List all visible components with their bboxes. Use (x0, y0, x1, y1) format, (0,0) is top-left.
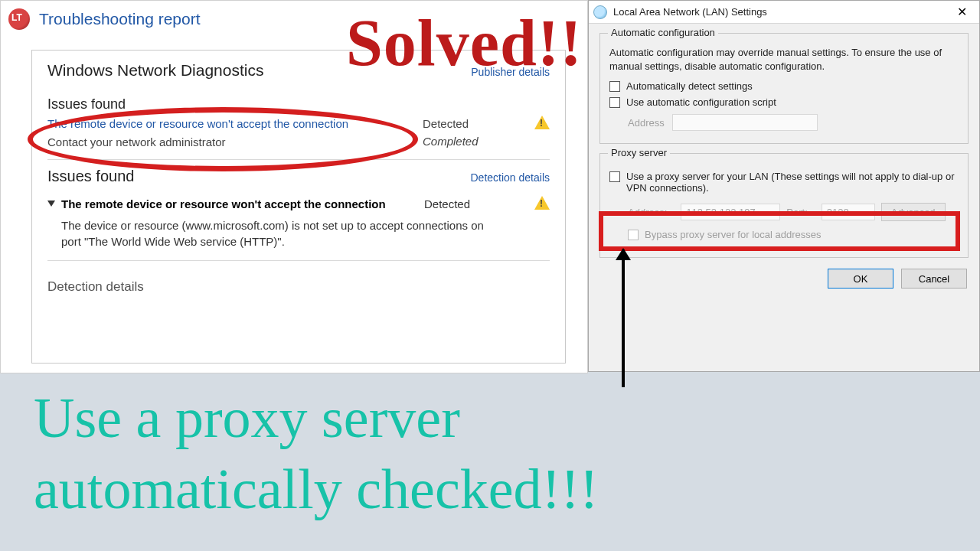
proxy-use-checkbox[interactable] (609, 171, 620, 182)
proxy-port-input (822, 204, 875, 220)
proxy-bypass-label: Bypass proxy server for local addresses (645, 229, 821, 240)
proxy-use-label: Use a proxy server for your LAN (These s… (626, 171, 959, 194)
auto-detect-checkbox[interactable] (609, 81, 620, 92)
divider (47, 260, 550, 261)
issue-1-link[interactable]: The remote device or resource won't acce… (47, 117, 423, 130)
chevron-down-icon (47, 201, 55, 207)
proxy-bypass-checkbox (628, 230, 639, 240)
divider (47, 159, 550, 160)
auto-config-desc: Automatic configuration may override man… (609, 46, 959, 73)
lan-settings-dialog: Local Area Network (LAN) Settings ✕ Auto… (588, 0, 980, 372)
auto-script-label: Use automatic configuration script (626, 96, 776, 108)
caption-line1: Use a proxy server (34, 383, 957, 454)
auto-config-label: Automatic configuration (608, 27, 718, 38)
troubleshoot-header: Troubleshooting report (1, 1, 587, 36)
lan-titlebar: Local Area Network (LAN) Settings ✕ (589, 1, 979, 24)
warning-icon (534, 196, 550, 211)
proxy-address-label: Address: (628, 207, 667, 218)
issue-1-sub: Contact your network administrator (47, 135, 423, 148)
caption-line2: automatically checked!!! (34, 454, 957, 525)
auto-script-checkbox[interactable] (609, 97, 620, 108)
proxy-use-row[interactable]: Use a proxy server for your LAN (These s… (609, 171, 959, 194)
detection-details-cutoff: Detection details (47, 279, 550, 295)
auto-config-group: Automatic configuration Automatic config… (599, 33, 969, 144)
auto-detect-row[interactable]: Automatically detect settings (609, 80, 959, 92)
warning-icon (534, 116, 550, 131)
caption-overlay: Use a proxy server automatically checked… (34, 383, 957, 524)
issue-1-sub-status: Completed (423, 135, 514, 148)
diagnostics-title: Windows Network Diagnostics (47, 61, 263, 80)
proxy-address-row: Address: Port: Advanced (628, 203, 959, 221)
issue-2-label: The remote device or resource won't acce… (61, 197, 424, 210)
troubleshoot-title: Troubleshooting report (39, 10, 201, 28)
proxy-address-input (681, 204, 780, 220)
auto-address-row: Address (628, 114, 959, 131)
cancel-button[interactable]: Cancel (901, 269, 967, 289)
issue-2-description: The device or resource (www.microsoft.co… (61, 217, 490, 249)
proxy-group: Proxy server Use a proxy server for your… (599, 153, 969, 258)
issue-2-status: Detected (424, 197, 470, 210)
proxy-port-label: Port: (786, 207, 807, 218)
advanced-button: Advanced (881, 203, 946, 221)
proxy-group-label: Proxy server (608, 147, 670, 158)
app-logo-icon (8, 8, 30, 30)
issue-row-1-sub: Contact your network administrator Compl… (47, 134, 550, 148)
issue-2-row[interactable]: The remote device or resource won't acce… (47, 196, 550, 211)
troubleshooting-window: Troubleshooting report Windows Network D… (0, 0, 588, 373)
issue-row-1: The remote device or resource won't acce… (47, 116, 550, 131)
close-button[interactable]: ✕ (949, 3, 975, 21)
issues-found-heading: Issues found (47, 168, 134, 185)
dialog-button-row: OK Cancel (589, 258, 979, 299)
globe-icon (593, 5, 607, 19)
publisher-details-link[interactable]: Publisher details (471, 66, 550, 78)
issue-1-status: Detected (423, 117, 514, 130)
issues-found-label: Issues found (47, 96, 550, 112)
auto-address-label: Address (628, 117, 665, 129)
lan-title: Local Area Network (LAN) Settings (613, 6, 949, 18)
proxy-bypass-row: Bypass proxy server for local addresses (628, 229, 959, 240)
diagnostics-box: Windows Network Diagnostics Publisher de… (31, 50, 566, 364)
ok-button[interactable]: OK (828, 269, 893, 289)
detection-details-link[interactable]: Detection details (470, 171, 550, 184)
auto-script-row[interactable]: Use automatic configuration script (609, 96, 959, 108)
auto-detect-label: Automatically detect settings (626, 80, 753, 92)
auto-address-input (672, 114, 818, 131)
